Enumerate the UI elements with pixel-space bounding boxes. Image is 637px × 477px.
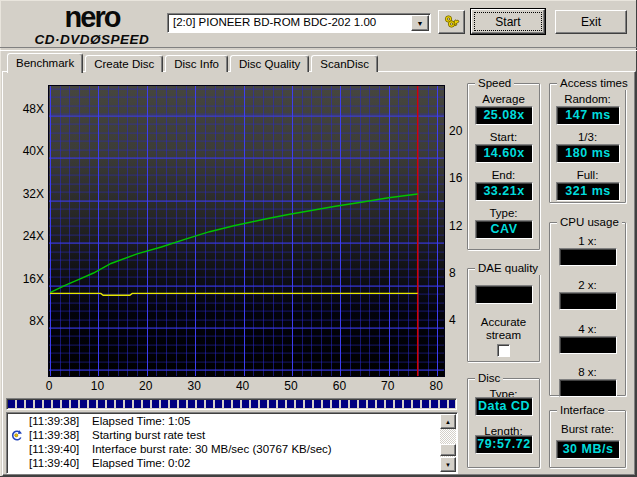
y-axis-left-tick: 16X [14,273,44,286]
y-axis-right-tick: 20 [449,125,462,138]
tab-disc-quality[interactable]: Disc Quality [230,55,309,72]
x-axis-tick: 80 [430,380,443,393]
benchmark-chart [48,85,445,377]
cpu-2x-label: 2 x: [550,279,625,291]
log-scrollbar[interactable]: ▲ ▼ [440,414,456,472]
access-full-label: Full: [550,169,625,181]
speed-type-value: CAV [475,220,533,239]
speed-group: Speed Average 25.08x Start: 14.60x End: … [467,83,540,250]
logo-text-cddvdspeed: CD·DVDØSPEED [12,33,172,47]
y-axis-right-tick: 16 [449,172,462,185]
options-button[interactable] [438,10,465,34]
disc-group: Disc Type: Data CD Length: 79:57.72 [467,378,540,468]
y-axis-right-tick: 8 [449,267,456,280]
tab-create-disc[interactable]: Create Disc [85,55,163,72]
accurate-stream-label-1: Accurate [468,316,539,328]
speed-start-label: Start: [468,131,539,143]
accurate-stream-checkbox[interactable] [497,344,510,357]
log-message: Interface burst rate: 30 MB/sec (30767 K… [92,443,332,455]
log-message: Elapsed Time: 1:05 [92,415,190,427]
access-full-value: 321 ms [556,182,620,201]
log-message: Elapsed Time: 0:02 [92,457,190,469]
burst-rate-value: 30 MB/s [556,440,620,459]
cpu-2x-value [559,292,617,310]
log-entries: [11:39:38]Elapsed Time: 1:05[11:39:38]St… [8,415,439,472]
cpu-1x-label: 1 x: [550,235,625,247]
log-timestamp: [11:39:38] [29,429,79,441]
test-running-icon [10,429,23,442]
tab-disc-info[interactable]: Disc Info [165,55,228,72]
dae-quality-group: DAE quality Accurate stream [467,268,540,362]
y-axis-left-tick: 48X [14,103,44,116]
exit-button[interactable]: Exit [555,10,627,34]
cpu-usage-group-title: CPU usage [557,216,622,229]
log-row[interactable]: [11:39:38]Elapsed Time: 1:05 [8,415,439,429]
x-axis-tick: 40 [236,380,249,393]
tab-bar: BenchmarkCreate DiscDisc InfoDisc Qualit… [7,53,380,72]
cpu-4x-label: 4 x: [550,323,625,335]
scrollbar-thumb[interactable] [440,444,456,456]
log-listbox[interactable]: [11:39:38]Elapsed Time: 1:05[11:39:38]St… [6,412,458,474]
cpu-1x-value [559,248,617,266]
speed-type-label: Type: [468,207,539,219]
access-onethird-value: 180 ms [556,144,620,163]
drive-selector-dropdown[interactable]: [2:0] PIONEER BD-ROM BDC-202 1.00 ▼ [167,13,431,33]
cpu-8x-label: 8 x: [550,366,625,378]
y-axis-right-tick: 12 [449,220,462,233]
y-axis-left-tick: 32X [14,188,44,201]
speed-average-label: Average [468,93,539,105]
access-onethird-label: 1/3: [550,131,625,143]
exit-button-label: Exit [556,15,626,29]
speed-start-value: 14.60x [475,144,533,163]
log-message: Starting burst rate test [92,429,205,441]
access-random-label: Random: [550,93,625,105]
chevron-down-icon[interactable]: ▼ [411,15,429,31]
dae-quality-group-title: DAE quality [475,262,541,275]
tab-scandisc[interactable]: ScanDisc [311,55,378,72]
tab-benchmark[interactable]: Benchmark [7,53,83,73]
log-row[interactable]: [11:39:40]Interface burst rate: 30 MB/se… [8,443,439,457]
speed-group-title: Speed [475,77,514,90]
log-row[interactable]: [11:39:38]Starting burst rate test [8,429,439,443]
x-axis-tick: 10 [91,380,104,393]
scroll-up-icon[interactable]: ▲ [440,414,456,429]
speed-end-label: End: [468,169,539,181]
log-timestamp: [11:39:40] [29,457,79,469]
start-button-focus: Start [474,12,542,31]
accurate-stream-label-2: stream [468,329,539,341]
x-axis-tick: 50 [284,380,297,393]
dae-quality-value [475,285,533,304]
speed-average-value: 25.08x [475,106,533,125]
y-axis-left-tick: 8X [14,315,44,328]
cpu-4x-value [559,336,617,354]
interface-group-title: Interface [557,404,608,417]
scroll-down-icon[interactable]: ▼ [440,457,456,472]
y-axis-left-tick: 40X [14,145,44,158]
y-axis-left-tick: 24X [14,230,44,243]
nero-cd-dvd-speed-window: nero CD·DVDØSPEED [2:0] PIONEER BD-ROM B… [0,0,637,477]
speed-end-value: 33.21x [475,182,533,201]
chart-series-canvas [49,86,444,376]
disc-length-value: 79:57.72 [475,435,533,454]
x-axis-tick: 20 [139,380,152,393]
progress-bar [6,398,457,410]
start-button[interactable]: Start [471,9,545,34]
log-timestamp: [11:39:38] [29,415,79,427]
interface-group: Interface Burst rate: 30 MB/s [549,410,626,468]
access-random-value: 147 ms [556,106,620,125]
x-axis-tick: 30 [188,380,201,393]
nero-logo: nero CD·DVDØSPEED [12,3,172,47]
logo-text-nero: nero [12,3,172,32]
log-timestamp: [11:39:40] [29,443,79,455]
cpu-usage-group: CPU usage 1 x: 2 x: 4 x: 8 x: [549,222,626,396]
toolbar-divider [0,47,637,51]
cpu-8x-value [559,379,617,397]
burst-rate-label: Burst rate: [550,423,625,435]
disc-type-value: Data CD [475,397,533,416]
progress-bar-fill [8,400,455,408]
log-row[interactable]: [11:39:40]Elapsed Time: 0:02 [8,457,439,471]
toolbar: nero CD·DVDØSPEED [2:0] PIONEER BD-ROM B… [0,0,637,47]
y-axis-right-tick: 4 [449,314,456,327]
x-axis-tick: 0 [46,380,53,393]
series-reference-speed [50,293,418,295]
